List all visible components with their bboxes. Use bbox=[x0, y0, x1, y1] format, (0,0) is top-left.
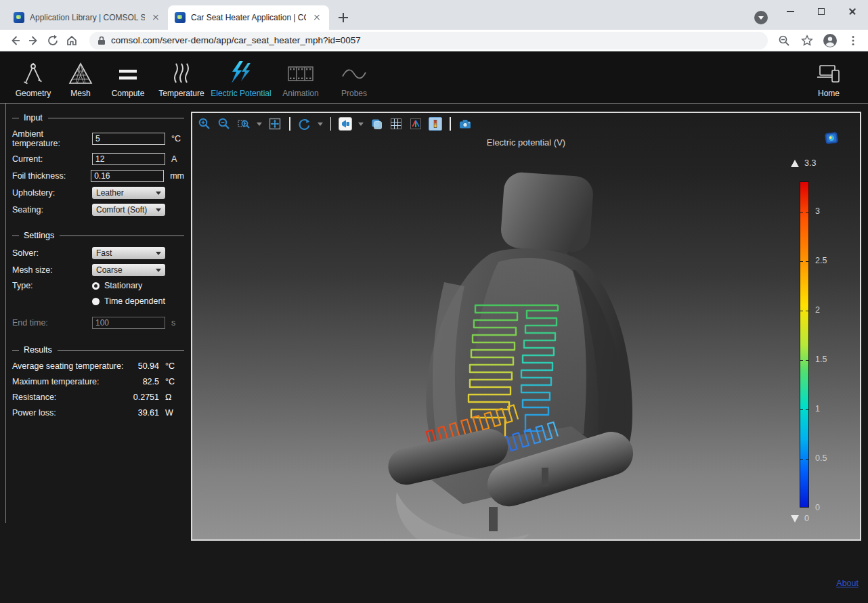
max-triangle-icon bbox=[791, 160, 799, 167]
toolbar-separator bbox=[330, 117, 332, 131]
colorbar-tick-label: 1 bbox=[815, 404, 820, 414]
chevron-down-icon bbox=[156, 269, 161, 272]
tab-close-icon[interactable] bbox=[150, 12, 161, 23]
results-section-header: Results bbox=[12, 345, 184, 355]
zoom-extents-icon[interactable] bbox=[268, 117, 282, 131]
colorbar-tick-label: 1.5 bbox=[815, 355, 827, 364]
result-unit: °C bbox=[165, 377, 184, 386]
ribbon-compute-button[interactable]: Compute bbox=[104, 51, 152, 103]
current-unit: A bbox=[171, 154, 177, 164]
colorbar bbox=[800, 181, 809, 508]
type-radio-stationary[interactable]: Stationary bbox=[92, 281, 165, 290]
home-devices-icon bbox=[815, 60, 842, 86]
tab-title: Application Library | COMSOL Se bbox=[30, 13, 145, 22]
result-value: 82.5 bbox=[127, 377, 159, 386]
ribbon-temperature-button[interactable]: Temperature bbox=[152, 51, 211, 103]
app-ribbon: Geometry Mesh Compute Temperature Elec bbox=[0, 51, 868, 103]
orientation-axes-icon[interactable] bbox=[409, 117, 422, 131]
min-triangle-icon bbox=[791, 515, 799, 522]
browser-tab-car-seat-heater[interactable]: Car Seat Heater Application | CO bbox=[168, 5, 329, 30]
result-row-maximum-temperature: Maximum temperature: 82.5 °C bbox=[12, 377, 184, 386]
current-input[interactable] bbox=[92, 153, 165, 165]
comsol-logo-button[interactable] bbox=[823, 131, 840, 146]
result-value: 39.61 bbox=[127, 408, 159, 418]
graphics-canvas[interactable]: Electric potential (V) 3.3 3 2.5 2 1.5 1… bbox=[191, 112, 861, 541]
compute-equals-icon bbox=[116, 60, 139, 86]
transparency-icon[interactable] bbox=[370, 117, 383, 131]
comsol-favicon bbox=[14, 12, 24, 23]
current-label: Current: bbox=[12, 154, 92, 164]
color-legend-toggle[interactable] bbox=[429, 117, 442, 131]
ribbon-home-button[interactable]: Home bbox=[799, 51, 859, 103]
ribbon-animation-button[interactable]: Animation bbox=[271, 51, 330, 103]
colorbar-tick-label: 0.5 bbox=[815, 453, 827, 463]
mesh-size-dropdown[interactable]: Coarse bbox=[92, 264, 165, 276]
foil-thickness-input[interactable] bbox=[91, 170, 164, 182]
chevron-down-icon bbox=[156, 192, 161, 195]
end-time-input bbox=[92, 317, 165, 329]
menu-kebab-icon[interactable] bbox=[844, 31, 863, 50]
solver-label: Solver: bbox=[12, 248, 92, 258]
tab-title: Car Seat Heater Application | CO bbox=[191, 13, 306, 22]
browser-tabstrip: Application Library | COMSOL Se Car Seat… bbox=[0, 0, 868, 30]
result-row-resistance: Resistance: 0.2751 Ω bbox=[12, 393, 184, 402]
bookmark-star-icon[interactable] bbox=[798, 31, 817, 50]
reload-icon[interactable] bbox=[43, 31, 62, 50]
radio-icon bbox=[92, 298, 100, 305]
rotate-dropdown-caret[interactable] bbox=[318, 122, 323, 126]
seating-dropdown[interactable]: Comfort (Soft) bbox=[92, 204, 165, 216]
upholstery-dropdown[interactable]: Leather bbox=[92, 187, 165, 199]
tab-close-icon[interactable] bbox=[311, 12, 322, 23]
profile-avatar[interactable] bbox=[821, 31, 840, 50]
type-radio-time-dependent[interactable]: Time dependent bbox=[92, 296, 165, 306]
ambient-temperature-unit: °C bbox=[171, 134, 181, 143]
result-unit: Ω bbox=[165, 393, 184, 402]
plot-title: Electric potential (V) bbox=[192, 137, 860, 148]
seat-leg bbox=[489, 507, 498, 531]
window-minimize-button[interactable] bbox=[775, 0, 806, 23]
solver-dropdown[interactable]: Fast bbox=[92, 247, 165, 259]
ribbon-electric-potential-button[interactable]: Electric Potential bbox=[211, 51, 271, 103]
tab-search-button[interactable] bbox=[754, 11, 768, 24]
new-tab-button[interactable] bbox=[334, 9, 352, 26]
mesh-size-label: Mesh size: bbox=[12, 265, 92, 275]
zoom-box-icon[interactable] bbox=[237, 117, 251, 131]
snapshot-camera-icon[interactable] bbox=[458, 117, 472, 131]
app-content: Input Ambient temperature: °C Current: A… bbox=[0, 103, 868, 603]
zoom-in-icon[interactable] bbox=[198, 117, 211, 131]
upholstery-label: Upholstery: bbox=[12, 188, 92, 198]
window-maximize-button[interactable] bbox=[806, 0, 837, 23]
result-value: 50.94 bbox=[127, 361, 159, 371]
chevron-down-icon bbox=[156, 208, 161, 212]
browser-tab-application-library[interactable]: Application Library | COMSOL Se bbox=[7, 5, 168, 30]
ribbon-geometry-button[interactable]: Geometry bbox=[9, 51, 57, 103]
settings-section-header: Settings bbox=[12, 231, 184, 240]
colorbar-max-marker: 3.3 bbox=[791, 158, 816, 168]
scene-light-icon[interactable] bbox=[339, 117, 352, 131]
ambient-temperature-input[interactable] bbox=[92, 133, 165, 145]
zoom-indicator-icon[interactable] bbox=[775, 31, 794, 50]
forward-icon[interactable] bbox=[24, 31, 43, 50]
home-icon[interactable] bbox=[62, 31, 81, 50]
ribbon-probes-button[interactable]: Probes bbox=[330, 51, 378, 103]
window-controls bbox=[775, 0, 868, 23]
animation-filmstrip-icon bbox=[286, 60, 315, 86]
seat-leg bbox=[542, 468, 548, 487]
zoom-out-icon[interactable] bbox=[217, 117, 231, 131]
colorbar-min-marker: 0 bbox=[791, 514, 809, 523]
about-link[interactable]: About bbox=[836, 579, 859, 588]
scene-light-dropdown-caret[interactable] bbox=[358, 122, 364, 126]
zoom-box-dropdown-caret[interactable] bbox=[257, 122, 262, 126]
ribbon-mesh-button[interactable]: Mesh bbox=[57, 51, 104, 103]
type-label: Type: bbox=[12, 281, 92, 290]
grid-icon[interactable] bbox=[389, 117, 403, 131]
results-section-title: Results bbox=[24, 345, 52, 355]
back-icon[interactable] bbox=[5, 31, 24, 50]
settings-section-title: Settings bbox=[24, 231, 54, 240]
probes-wave-icon bbox=[341, 60, 368, 86]
url-omnibox[interactable]: comsol.com/server-demo/app/car_seat_heat… bbox=[89, 32, 768, 49]
end-time-label: End time: bbox=[12, 318, 92, 328]
window-close-button[interactable] bbox=[837, 0, 868, 23]
result-value: 0.2751 bbox=[127, 393, 159, 402]
rotate-view-icon[interactable] bbox=[298, 117, 311, 131]
